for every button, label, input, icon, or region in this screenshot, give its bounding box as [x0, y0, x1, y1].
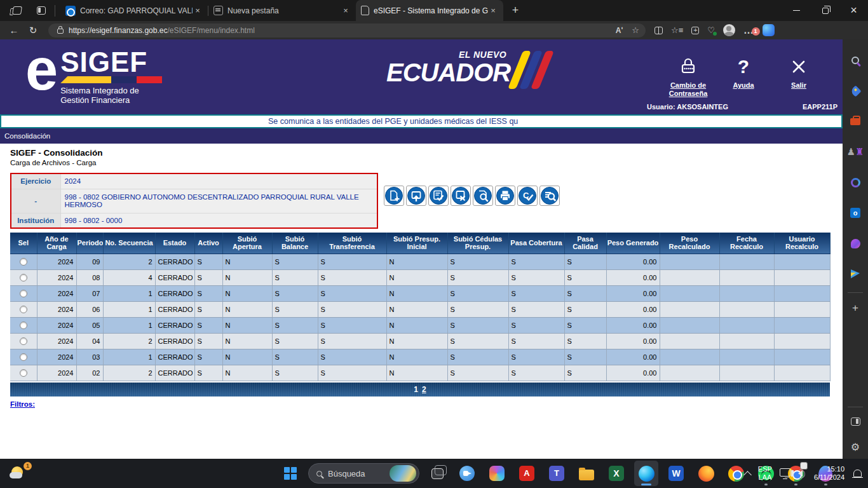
cell-pasa_calidad: S: [564, 285, 606, 301]
page-favicon: [361, 6, 369, 15]
row-select-radio[interactable]: [20, 306, 27, 313]
profile-avatar[interactable]: [723, 24, 735, 36]
lock-icon: [57, 29, 64, 34]
chat-app-icon[interactable]: [455, 461, 479, 486]
start-button[interactable]: [278, 461, 302, 486]
windows-taskbar: 1 Búsqueda A T X W: [0, 459, 868, 488]
clock[interactable]: 15:10 6/11/2024: [814, 465, 844, 482]
file-explorer-icon[interactable]: [574, 461, 599, 486]
refresh-button[interactable]: ↻: [24, 23, 42, 38]
view-detail-button[interactable]: [473, 186, 493, 206]
cell-subio_apertura: N: [222, 317, 272, 333]
minimize-button[interactable]: [782, 0, 811, 21]
change-password-button[interactable]: Cambio de Contraseña: [661, 55, 715, 98]
maximize-button[interactable]: [811, 0, 839, 21]
volume-icon[interactable]: [798, 470, 803, 477]
tab-close-icon[interactable]: [341, 6, 351, 16]
firefox-app-icon[interactable]: [694, 461, 718, 486]
workspaces-icon[interactable]: [9, 3, 25, 18]
tab-close-icon[interactable]: [488, 6, 498, 16]
word-app-icon[interactable]: W: [664, 461, 688, 486]
taskbar-search[interactable]: Búsqueda: [308, 463, 419, 484]
split-screen-icon[interactable]: [654, 27, 663, 34]
column-header-activo: Activo: [194, 233, 222, 254]
row-select-radio[interactable]: [20, 369, 27, 377]
language-indicator[interactable]: ESP LAA: [758, 465, 772, 482]
weather-widget[interactable]: 1: [9, 464, 31, 483]
sidebar-games-icon[interactable]: ♟♜: [843, 142, 868, 161]
search-icon: [316, 471, 322, 477]
column-header-usuario_recalculo: Usuario Recalculo: [774, 233, 830, 254]
copilot-app-icon[interactable]: [485, 461, 509, 486]
filters-link[interactable]: Filtros:: [10, 400, 35, 408]
row-select-radio[interactable]: [20, 274, 27, 281]
sidebar-settings-icon[interactable]: ⚙: [843, 437, 868, 456]
sidebar-search-icon[interactable]: [843, 51, 868, 70]
cell-pasa_cobertura: S: [508, 301, 564, 317]
cell-estado: CERRADO: [155, 333, 194, 349]
acrobat-app-icon[interactable]: A: [515, 461, 539, 486]
search-daily-image: [390, 465, 416, 482]
sidebar-drop-icon[interactable]: [843, 264, 868, 283]
mark-error-button[interactable]: [451, 186, 471, 206]
row-select-radio[interactable]: [20, 353, 27, 361]
print-button[interactable]: [495, 186, 515, 206]
excel-app-icon[interactable]: X: [604, 461, 628, 486]
read-aloud-icon[interactable]: Aʹ: [616, 26, 623, 35]
tab-actions-icon[interactable]: [33, 3, 50, 18]
tab-new-tab[interactable]: Nueva pestaña: [208, 0, 356, 21]
sidebar-m365-icon[interactable]: [843, 173, 868, 192]
close-button[interactable]: [839, 0, 868, 21]
tab-close-icon[interactable]: [193, 6, 203, 16]
cell-anio_carga: 2024: [37, 349, 76, 365]
cell-peso_generado: 0.00: [606, 349, 660, 365]
add-collection-icon[interactable]: [691, 27, 699, 34]
tab-outlook[interactable]: Correo: GAD PARROQUIAL VALLE: [60, 0, 208, 21]
sidebar-designer-icon[interactable]: [843, 234, 868, 253]
tab-esigef-active[interactable]: eSIGEF - Sistema Integrado de G: [356, 0, 503, 21]
favorite-star-icon[interactable]: ☆: [632, 25, 639, 35]
cell-usuario_recalculo: [774, 254, 830, 269]
sidebar-toggle-icon[interactable]: [843, 412, 868, 431]
browser-essentials-icon[interactable]: ♡: [707, 25, 715, 35]
cell-sel: [10, 365, 37, 381]
menubar: Consolidación: [0, 128, 843, 144]
more-menu-icon[interactable]: …1: [743, 25, 754, 36]
upload-file-button[interactable]: [406, 186, 426, 206]
network-icon[interactable]: [780, 468, 790, 477]
teams-app-icon[interactable]: T: [545, 461, 569, 486]
new-record-button[interactable]: [384, 186, 404, 206]
collections-icon[interactable]: ☆≡: [671, 25, 683, 35]
row-select-radio[interactable]: [20, 290, 27, 297]
browser-titlebar: Correo: GAD PARROQUIAL VALLE Nueva pesta…: [0, 0, 868, 21]
table-row: 2024022CERRADOSNSSNSSS0.00: [10, 365, 830, 381]
notifications-bell-icon[interactable]: [853, 470, 862, 477]
cell-peso_recalculado: [660, 365, 719, 381]
row-select-radio[interactable]: [20, 322, 27, 329]
exit-button[interactable]: Salir: [771, 55, 826, 98]
edge-sidebar: ♟♜ o + ⚙: [843, 39, 868, 459]
new-tab-button[interactable]: [507, 3, 524, 19]
page-title: SIGEF - Consolidación: [10, 148, 843, 158]
validate-file-button[interactable]: [428, 186, 449, 206]
task-view-button[interactable]: [425, 461, 449, 486]
copilot-icon[interactable]: [763, 24, 775, 36]
row-select-radio[interactable]: [20, 337, 27, 345]
menu-item-consolidacion[interactable]: Consolidación: [4, 132, 50, 140]
cell-periodo: 06: [76, 301, 103, 317]
sidebar-shopping-icon[interactable]: [843, 81, 868, 100]
cell-fecha_recalculo: [719, 365, 774, 381]
row-select-radio[interactable]: [20, 258, 27, 266]
tray-expand-icon[interactable]: [743, 471, 752, 479]
address-bar[interactable]: https://esigef.finanzas.gob.ec/eSIGEF/me…: [48, 24, 646, 37]
back-button[interactable]: ←: [5, 23, 23, 38]
sidebar-outlook-icon[interactable]: o: [843, 203, 868, 222]
help-button[interactable]: ? Ayuda: [716, 55, 771, 98]
approve-record-button[interactable]: C: [517, 186, 538, 206]
sidebar-tools-icon[interactable]: [843, 112, 868, 131]
pagination-page-link[interactable]: 2: [422, 385, 426, 394]
sidebar-add-icon[interactable]: +: [843, 299, 868, 318]
cell-subio_balance: S: [272, 349, 318, 365]
search-records-button[interactable]: [539, 186, 560, 206]
edge-app-icon[interactable]: [634, 461, 658, 486]
